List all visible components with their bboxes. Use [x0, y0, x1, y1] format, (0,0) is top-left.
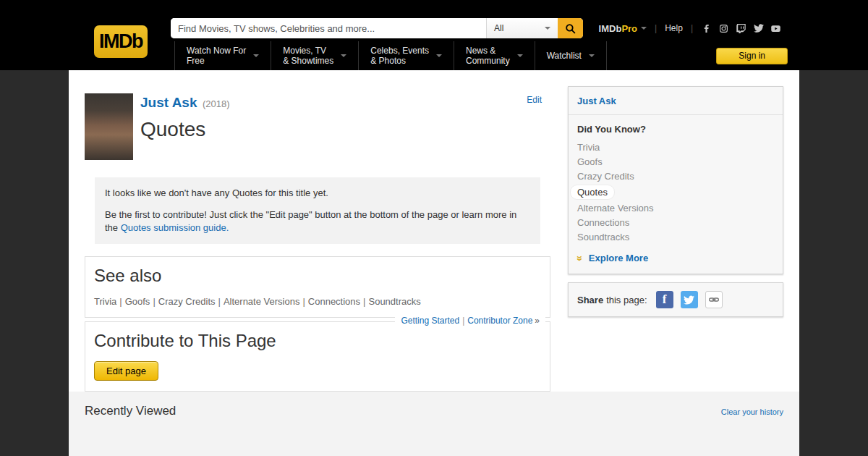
caret-down-icon: [641, 27, 647, 30]
see-also-title: See also: [94, 266, 541, 286]
clear-history-link[interactable]: Clear your history: [721, 408, 783, 416]
facebook-letter: f: [663, 292, 667, 307]
nav-item-label: Watchlist: [547, 51, 582, 61]
separator: |: [119, 296, 122, 307]
social-links: [701, 23, 781, 34]
imdbpro-link[interactable]: IMDbPro: [599, 23, 647, 34]
facebook-icon[interactable]: [701, 23, 712, 34]
sidebar-item-trivia[interactable]: Trivia: [577, 141, 774, 153]
sidebar-title-link[interactable]: Just Ask: [577, 96, 616, 106]
caret-down-icon: [545, 27, 550, 30]
see-also-connections-link[interactable]: Connections: [308, 296, 360, 307]
caret-down-icon: [253, 54, 259, 57]
contribute-links: Getting Started|Contributor Zone»: [395, 313, 545, 328]
primary-navigation: Watch Now ForFree Movies, TV& Showtimes …: [69, 41, 799, 70]
sidebar-item-goofs[interactable]: Goofs: [577, 156, 774, 168]
contribute-section: Getting Started|Contributor Zone» Contri…: [85, 321, 550, 392]
imdb-logo[interactable]: IMDb: [94, 25, 148, 58]
see-also-goofs-link[interactable]: Goofs: [125, 296, 150, 307]
separator: |: [363, 296, 365, 307]
see-also-links: Trivia|Goofs|Crazy Credits|Alternate Ver…: [94, 296, 541, 307]
sidebar: Just Ask Did You Know? Trivia Goofs Craz…: [568, 86, 783, 376]
sidebar-item-alternate-versions[interactable]: Alternate Versions: [577, 202, 774, 214]
search-icon: [564, 22, 576, 35]
caret-down-icon: [341, 54, 346, 57]
sidebar-item-connections[interactable]: Connections: [577, 216, 774, 229]
youtube-icon[interactable]: [770, 23, 781, 34]
explore-chevrons-icon: »: [576, 256, 584, 261]
title-text: Just Ask (2018) Quotes: [140, 93, 230, 160]
nav-item-label: Watch Now ForFree: [187, 46, 246, 66]
page-title: Quotes: [140, 118, 230, 141]
edit-link[interactable]: Edit: [527, 95, 542, 105]
share-facebook-icon[interactable]: f: [656, 291, 673, 308]
separator: |: [655, 23, 657, 33]
caret-down-icon: [517, 54, 523, 57]
contributor-zone-link[interactable]: Contributor Zone: [467, 316, 532, 326]
recently-viewed-title: Recently Viewed: [85, 404, 176, 418]
search-scope-label: All: [494, 23, 503, 33]
title-year: (2018): [203, 98, 230, 109]
header-utilities: IMDbPro | Help |: [599, 18, 781, 38]
quotes-submission-guide-link[interactable]: Quotes submission guide.: [121, 222, 229, 233]
edit-page-button[interactable]: Edit page: [94, 361, 158, 381]
recently-viewed-section: Recently Viewed Clear your history: [69, 392, 799, 456]
page-content: Edit Just Ask (2018) Quotes It looks lik…: [69, 70, 799, 392]
separator: |: [691, 23, 693, 33]
title-poster-thumbnail[interactable]: [85, 93, 133, 160]
search-scope-dropdown[interactable]: All: [486, 18, 558, 38]
twitter-icon[interactable]: [753, 23, 764, 34]
share-link-icon[interactable]: [705, 291, 723, 308]
empty-message-line2: Be the first to contribute! Just click t…: [105, 208, 530, 235]
sidebar-item-soundtracks[interactable]: Soundtracks: [577, 231, 774, 243]
getting-started-link[interactable]: Getting Started: [401, 316, 459, 326]
nav-watch-now-for-free[interactable]: Watch Now ForFree: [174, 41, 271, 70]
explore-more-link[interactable]: Explore More: [589, 253, 648, 263]
nav-celebs-events-photos[interactable]: Celebs, Events& Photos: [358, 41, 454, 70]
search-button[interactable]: [558, 18, 583, 38]
see-also-alternate-versions-link[interactable]: Alternate Versions: [224, 296, 300, 307]
more-arrow: »: [535, 316, 540, 326]
search-bar: All: [171, 18, 583, 38]
sidebar-item-crazy-credits[interactable]: Crazy Credits: [577, 170, 774, 182]
separator: |: [462, 316, 464, 326]
contribute-title: Contribute to This Page: [94, 331, 541, 351]
sign-in-button[interactable]: Sign in: [716, 48, 788, 64]
share-text: this page:: [606, 295, 647, 305]
caret-down-icon: [436, 54, 442, 57]
instagram-icon[interactable]: [718, 23, 729, 34]
nav-item-label: Movies, TV& Showtimes: [283, 46, 333, 66]
caret-down-icon: [589, 54, 595, 57]
title-link[interactable]: Just Ask: [140, 95, 197, 110]
did-you-know-box: Just Ask Did You Know? Trivia Goofs Craz…: [568, 86, 783, 274]
share-box: Share this page: f: [568, 282, 783, 317]
sidebar-item-quotes[interactable]: Quotes: [570, 185, 615, 200]
site-header: IMDb All IMDbPro | Help |: [0, 0, 868, 70]
nav-item-label: News &Community: [466, 46, 510, 66]
share-label: Share: [577, 295, 603, 305]
nav-watchlist[interactable]: Watchlist: [535, 41, 607, 70]
imdbpro-label: IMDbPro: [599, 23, 637, 34]
share-twitter-icon[interactable]: [681, 291, 698, 308]
share-icons: f: [656, 291, 723, 308]
did-you-know-heading: Did You Know?: [577, 124, 774, 135]
search-input[interactable]: [171, 18, 486, 38]
title-header: Edit Just Ask (2018) Quotes: [85, 93, 550, 160]
empty-quotes-message: It looks like we don't have any Quotes f…: [95, 177, 540, 244]
nav-movies-tv-showtimes[interactable]: Movies, TV& Showtimes: [271, 41, 358, 70]
nav-news-community[interactable]: News &Community: [454, 41, 535, 70]
main-column: Edit Just Ask (2018) Quotes It looks lik…: [85, 86, 550, 376]
did-you-know-list: Trivia Goofs Crazy Credits Quotes Altern…: [577, 141, 774, 243]
separator: |: [153, 296, 155, 307]
see-also-crazy-credits-link[interactable]: Crazy Credits: [158, 296, 216, 307]
empty-message-line1: It looks like we don't have any Quotes f…: [105, 187, 530, 200]
help-link[interactable]: Help: [665, 23, 683, 33]
see-also-soundtracks-link[interactable]: Soundtracks: [368, 296, 420, 307]
separator: |: [302, 296, 305, 307]
nav-item-label: Celebs, Events& Photos: [370, 46, 429, 66]
see-also-trivia-link[interactable]: Trivia: [94, 296, 116, 307]
twitch-icon[interactable]: [736, 23, 746, 34]
divider: [569, 114, 783, 115]
separator: |: [218, 296, 221, 307]
header-top-row: All IMDbPro | Help |: [69, 0, 799, 41]
